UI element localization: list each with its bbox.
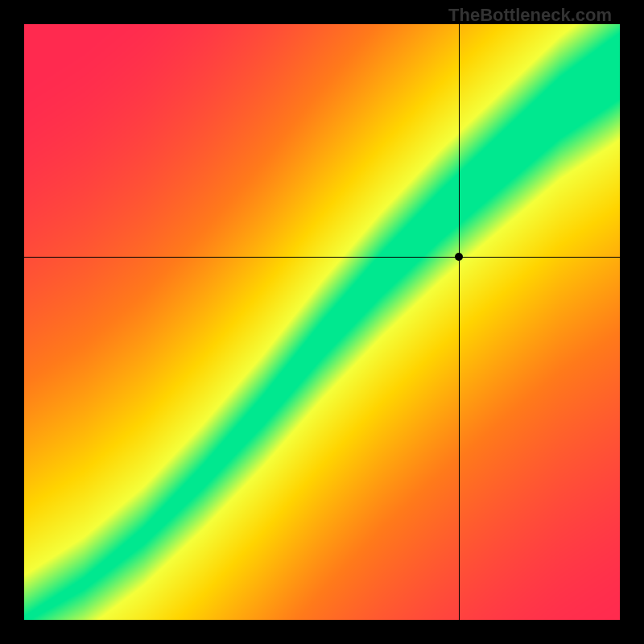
marker-dot [455, 253, 463, 261]
chart-container: TheBottleneck.com [0, 0, 644, 644]
crosshair-vertical [459, 24, 460, 620]
crosshair-horizontal [24, 257, 620, 258]
plot-area [24, 24, 620, 620]
watermark-text: TheBottleneck.com [448, 5, 612, 26]
heatmap-canvas [24, 24, 620, 620]
